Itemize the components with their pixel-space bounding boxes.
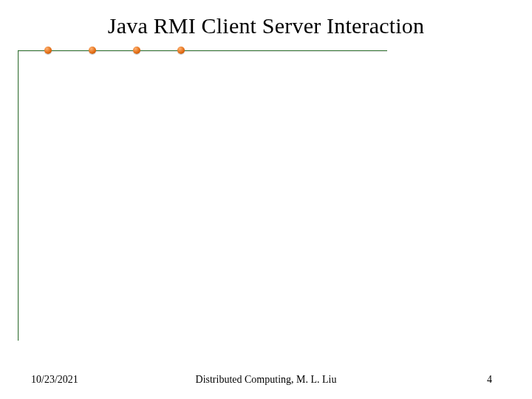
rule-dot-icon (89, 47, 96, 54)
slide: Java RMI Client Server Interaction 10/23… (0, 0, 532, 399)
title-rule (18, 46, 387, 56)
footer-page-number: 4 (487, 374, 492, 386)
side-line (18, 51, 18, 341)
rule-dot-icon (133, 47, 140, 54)
rule-line (18, 50, 387, 51)
slide-title: Java RMI Client Server Interaction (0, 13, 532, 38)
rule-dot-icon (177, 47, 185, 54)
rule-dot-icon (44, 47, 52, 54)
footer-center: Distributed Computing, M. L. Liu (0, 374, 532, 386)
